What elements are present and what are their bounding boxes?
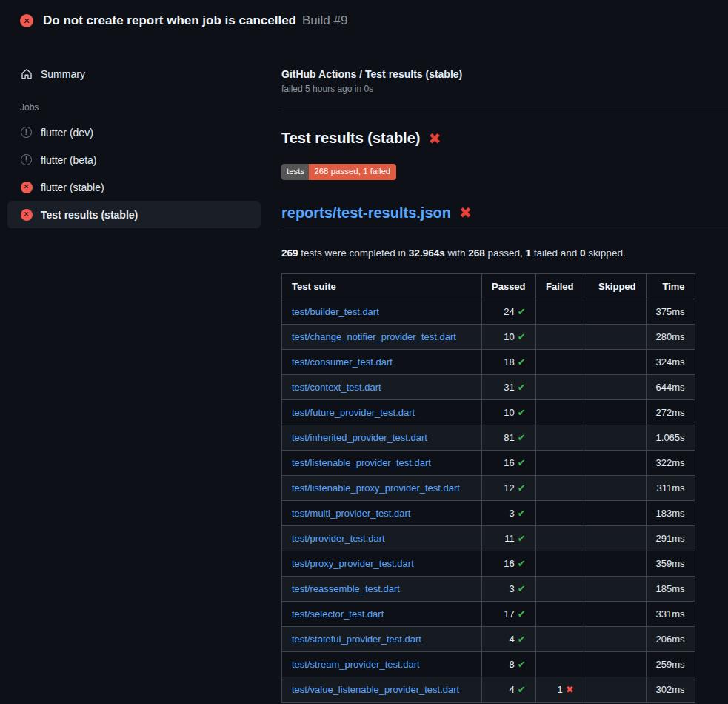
failed-cell [535,425,584,450]
suite-link[interactable]: test/listenable_proxy_provider_test.dart [292,482,460,494]
skipped-cell [584,551,646,576]
table-row: test/reassemble_test.dart3✔185ms [282,576,695,601]
table-row: test/stateful_provider_test.dart4✔206ms [282,626,695,651]
skipped-cell [584,651,646,677]
suite-cell: test/value_listenable_provider_test.dart [282,677,482,702]
passed-cell: 31✔ [482,374,536,399]
sidebar-item-label: Summary [41,68,85,80]
job-failed-icon: ✕ [20,208,33,221]
table-row: test/listenable_proxy_provider_test.dart… [282,475,695,500]
suite-cell: test/provider_test.dart [282,525,482,551]
count-value: 10 [504,407,514,418]
report-file-link[interactable]: reports/test-results.json [281,205,451,222]
skipped-cell [584,601,646,626]
skipped-cell [584,576,646,601]
jobs-sidebar: Summary Jobs !flutter (dev)!flutter (bet… [0,41,281,228]
suite-link[interactable]: test/listenable_provider_test.dart [292,457,431,468]
section-title: Test results (stable) [281,130,420,147]
sidebar-item-label: Test results (stable) [41,209,138,221]
passed-check-icon: ✔ [518,533,526,544]
suite-link[interactable]: test/builder_test.dart [292,306,379,317]
time-cell: 259ms [646,651,695,677]
skipped-cell [584,374,646,399]
column-header-test-suite: Test suite [282,273,482,299]
jobs-heading: Jobs [20,102,261,113]
count-value: 8 [509,659,514,670]
count-value: 1 [557,684,562,695]
run-build-number: Build #9 [302,13,347,28]
table-row: test/future_provider_test.dart10✔272ms [282,399,695,425]
failed-cell [535,475,584,500]
sidebar-item-summary[interactable]: Summary [7,60,261,87]
time-cell: 272ms [646,399,695,425]
sidebar-item-job-0[interactable]: !flutter (dev) [7,119,261,146]
suite-link[interactable]: test/stateful_provider_test.dart [292,634,421,645]
count-value: 4 [509,634,514,645]
time-cell: 185ms [646,576,695,601]
table-header-row: Test suite Passed Failed Skipped Time [282,273,695,299]
table-row: test/provider_test.dart11✔291ms [282,525,695,551]
divider [281,110,728,110]
suite-cell: test/proxy_provider_test.dart [282,551,482,576]
passed-cell: 18✔ [482,349,536,374]
count-value: 17 [504,608,514,620]
passed-cell: 4✔ [482,626,536,651]
run-title: Do not create report when job is cancell… [43,13,296,28]
suite-link[interactable]: test/inherited_provider_test.dart [292,432,427,443]
suite-link[interactable]: test/context_test.dart [292,382,381,393]
time-cell: 302ms [646,677,695,702]
suite-cell: test/reassemble_test.dart [282,576,482,601]
failed-cell [535,576,584,601]
suite-cell: test/change_notifier_provider_test.dart [282,324,482,349]
time-cell: 311ms [646,475,695,500]
suite-cell: test/future_provider_test.dart [282,399,482,425]
failed-cell [535,299,584,324]
skipped-cell [584,324,646,349]
passed-check-icon: ✔ [518,608,526,620]
failed-cell: 1✖ [535,677,584,702]
table-row: test/multi_provider_test.dart3✔183ms [282,500,695,525]
failed-cell [535,626,584,651]
badge-value: 268 passed, 1 failed [309,164,396,180]
suite-link[interactable]: test/consumer_test.dart [292,356,393,368]
suite-link[interactable]: test/proxy_provider_test.dart [292,558,414,569]
passed-check-icon: ✔ [518,634,526,645]
skipped-cell [584,525,646,551]
passed-check-icon: ✔ [518,356,526,368]
sidebar-item-job-3[interactable]: ✕Test results (stable) [7,201,261,228]
suite-cell: test/listenable_proxy_provider_test.dart [282,475,482,500]
table-row: test/change_notifier_provider_test.dart1… [282,324,695,349]
suite-link[interactable]: test/value_listenable_provider_test.dart [292,684,459,695]
suite-link[interactable]: test/change_notifier_provider_test.dart [292,331,456,342]
count-value: 3 [509,583,514,594]
passed-cell: 12✔ [482,475,536,500]
skipped-cell [584,677,646,702]
table-row: test/builder_test.dart24✔375ms [282,299,695,324]
count-value: 16 [504,558,514,569]
time-cell: 331ms [646,601,695,626]
sidebar-item-job-1[interactable]: !flutter (beta) [7,146,261,173]
summary-number: 32.964s [409,248,445,259]
suite-link[interactable]: test/reassemble_test.dart [292,583,400,594]
suite-link[interactable]: test/stream_provider_test.dart [292,659,420,670]
count-value: 3 [509,508,514,519]
suite-link[interactable]: test/provider_test.dart [292,533,385,544]
suite-cell: test/stream_provider_test.dart [282,651,482,677]
suite-cell: test/multi_provider_test.dart [282,500,482,525]
tests-summary-sentence: 269 tests were completed in 32.964s with… [281,248,728,259]
suite-cell: test/context_test.dart [282,374,482,399]
column-header-skipped: Skipped [584,273,646,299]
table-row: test/consumer_test.dart18✔324ms [282,349,695,374]
time-cell: 322ms [646,450,695,475]
job-cancelled-icon: ! [20,153,33,166]
sidebar-item-job-2[interactable]: ✕flutter (stable) [7,173,261,201]
count-value: 4 [509,684,514,695]
passed-check-icon: ✔ [518,306,526,317]
suite-link[interactable]: test/future_provider_test.dart [292,407,415,418]
passed-cell: 3✔ [482,576,536,601]
count-value: 10 [504,331,514,342]
sidebar-item-label: flutter (beta) [41,154,96,166]
suite-link[interactable]: test/selector_test.dart [292,608,384,620]
suite-link[interactable]: test/multi_provider_test.dart [292,508,410,519]
run-status-text: failed 5 hours ago in 0s [281,84,728,94]
